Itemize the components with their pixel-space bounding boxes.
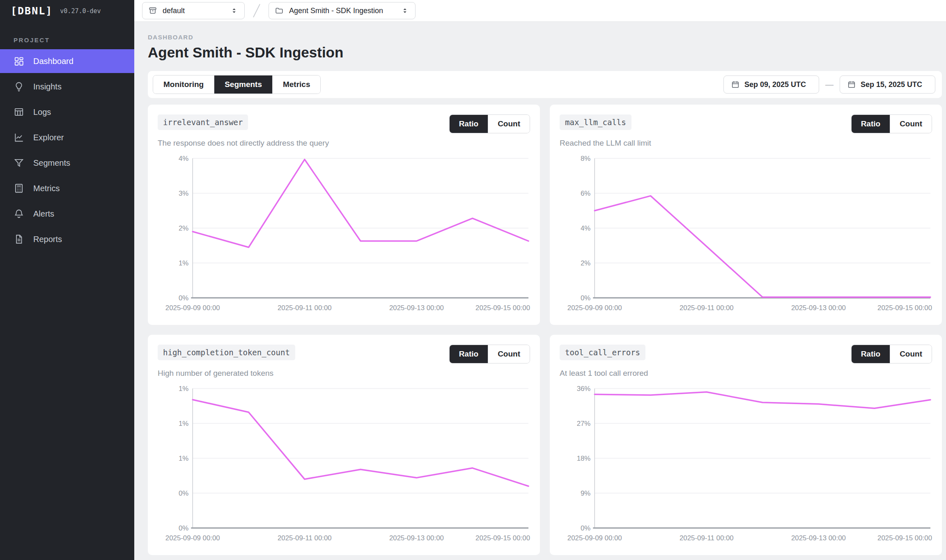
sidebar-item-logs[interactable]: Logs [0, 100, 134, 124]
x-tick-label: 2025-09-11 00:00 [278, 534, 332, 542]
segment-description: At least 1 tool call errored [560, 369, 932, 378]
calculator-icon [14, 183, 24, 194]
sidebar-item-label: Logs [33, 107, 51, 117]
sidebar-item-dashboard[interactable]: Dashboard [0, 49, 134, 73]
line-chart: 0%1%2%3%4%2025-09-09 00:002025-09-11 00:… [158, 153, 530, 314]
chart-icon [14, 132, 24, 143]
y-tick-label: 36% [577, 385, 591, 393]
ratio-toggle-button[interactable]: Ratio [852, 115, 890, 133]
x-tick-label: 2025-09-15 00:00 [475, 534, 530, 542]
count-toggle-button[interactable]: Count [488, 115, 530, 133]
segment-cards-grid: irrelevant_answer Ratio Count The respon… [148, 105, 942, 555]
line-chart: 0%9%18%27%36%2025-09-09 00:002025-09-11 … [560, 384, 932, 544]
end-date-button[interactable]: Sep 15, 2025 UTC [840, 75, 935, 94]
segment-card-irrelevant-answer: irrelevant_answer Ratio Count The respon… [148, 105, 540, 325]
count-toggle-button[interactable]: Count [488, 345, 530, 363]
line-chart: 0%2%4%6%8%2025-09-09 00:002025-09-11 00:… [560, 153, 932, 314]
main-content: DASHBOARD Agent Smith - SDK Ingestion Mo… [134, 22, 946, 560]
ratio-toggle-button[interactable]: Ratio [450, 115, 488, 133]
y-tick-label: 8% [581, 155, 590, 162]
line-chart-svg: 0%2%4%6%8%2025-09-09 00:002025-09-11 00:… [560, 153, 932, 314]
count-toggle-button[interactable]: Count [890, 345, 932, 363]
table-icon [14, 107, 24, 117]
bell-icon [14, 208, 24, 219]
x-tick-label: 2025-09-13 00:00 [389, 534, 444, 542]
sidebar-item-label: Explorer [33, 133, 64, 142]
date-range-picker: Sep 09, 2025 UTC — Sep 15, 2025 [723, 75, 937, 94]
ratio-count-toggle: Ratio Count [851, 114, 932, 133]
y-tick-label: 18% [577, 455, 591, 462]
page-title: Agent Smith - SDK Ingestion [148, 44, 942, 61]
app-version: v0.27.0-dev [60, 7, 101, 15]
start-date-button[interactable]: Sep 09, 2025 UTC [723, 75, 819, 94]
segment-name-chip: high_completion_token_count [158, 345, 295, 360]
calendar-icon [731, 80, 740, 89]
segment-card-max-llm-calls: max_llm_calls Ratio Count Reached the LL… [550, 105, 942, 325]
line-chart: 0%0%1%1%1%2025-09-09 00:002025-09-11 00:… [158, 384, 530, 544]
y-tick-label: 9% [581, 489, 590, 497]
y-tick-label: 27% [577, 420, 591, 427]
app-root: [DBNL] v0.27.0-dev PROJECT Dashboard [0, 0, 946, 560]
x-tick-label: 2025-09-11 00:00 [680, 534, 734, 542]
x-tick-label: 2025-09-09 00:00 [165, 304, 220, 312]
breadcrumb: DASHBOARD [148, 34, 942, 41]
y-tick-label: 1% [179, 385, 188, 393]
segment-description: The response does not directly address t… [158, 139, 530, 148]
sidebar-item-label: Alerts [33, 209, 54, 219]
trend-line [193, 160, 528, 247]
x-tick-label: 2025-09-09 00:00 [165, 534, 220, 542]
sidebar-item-metrics[interactable]: Metrics [0, 176, 134, 200]
line-chart-svg: 0%1%2%3%4%2025-09-09 00:002025-09-11 00:… [158, 153, 530, 314]
dashboard-icon [14, 56, 24, 66]
sidebar-item-label: Reports [33, 235, 62, 244]
logo-row: [DBNL] v0.27.0-dev [0, 0, 134, 22]
sidebar-item-alerts[interactable]: Alerts [0, 202, 134, 226]
sidebar-item-reports[interactable]: Reports [0, 227, 134, 251]
y-tick-label: 4% [179, 155, 188, 162]
trend-line [193, 400, 528, 486]
lightbulb-icon [14, 81, 24, 92]
ratio-toggle-button[interactable]: Ratio [450, 345, 488, 363]
segment-card-high-completion-token-count: high_completion_token_count Ratio Count … [148, 335, 540, 555]
chevron-sort-icon [401, 6, 409, 15]
sidebar-item-label: Metrics [33, 184, 60, 193]
funnel-icon [14, 158, 24, 168]
chevron-sort-icon [230, 6, 239, 15]
y-tick-label: 1% [179, 455, 188, 462]
x-tick-label: 2025-09-15 00:00 [877, 534, 932, 542]
sidebar-item-segments[interactable]: Segments [0, 151, 134, 175]
trend-line [595, 392, 930, 409]
ratio-toggle-button[interactable]: Ratio [852, 345, 890, 363]
sidebar-item-label: Segments [33, 158, 70, 168]
segment-card-tool-call-errors: tool_call_errors Ratio Count At least 1 … [550, 335, 942, 555]
dashboard-toolbar: Monitoring Segments Metrics [148, 71, 942, 98]
tab-segments[interactable]: Segments [214, 75, 272, 94]
sidebar-item-insights[interactable]: Insights [0, 75, 134, 98]
count-toggle-button[interactable]: Count [890, 115, 932, 133]
org-selector[interactable]: default [142, 2, 245, 19]
segment-name-chip: irrelevant_answer [158, 114, 248, 130]
y-tick-label: 2% [581, 259, 590, 267]
sidebar-item-explorer[interactable]: Explorer [0, 126, 134, 149]
folder-icon [275, 6, 284, 15]
segment-description: High number of generated tokens [158, 369, 530, 378]
sidebar-nav: Dashboard Insights [0, 49, 134, 253]
dashboard-tabs: Monitoring Segments Metrics [153, 75, 321, 94]
x-tick-label: 2025-09-09 00:00 [567, 304, 622, 312]
y-tick-label: 0% [581, 524, 590, 532]
x-tick-label: 2025-09-11 00:00 [680, 304, 734, 312]
segment-name-chip: max_llm_calls [560, 114, 631, 130]
project-selector-value: Agent Smith - SDK Ingestion [289, 7, 383, 15]
topbar: default Agent Smith - SDK Ingestion [134, 0, 946, 22]
ratio-count-toggle: Ratio Count [449, 114, 530, 133]
date-range-dash: — [825, 80, 833, 89]
archive-box-icon [148, 6, 157, 15]
segment-name-chip: tool_call_errors [560, 345, 645, 360]
x-tick-label: 2025-09-13 00:00 [389, 304, 444, 312]
x-tick-label: 2025-09-11 00:00 [278, 304, 332, 312]
y-tick-label: 3% [179, 190, 188, 197]
project-selector[interactable]: Agent Smith - SDK Ingestion [269, 2, 416, 19]
tab-metrics[interactable]: Metrics [272, 75, 321, 94]
tab-monitoring[interactable]: Monitoring [153, 75, 214, 94]
y-tick-label: 0% [179, 524, 188, 532]
